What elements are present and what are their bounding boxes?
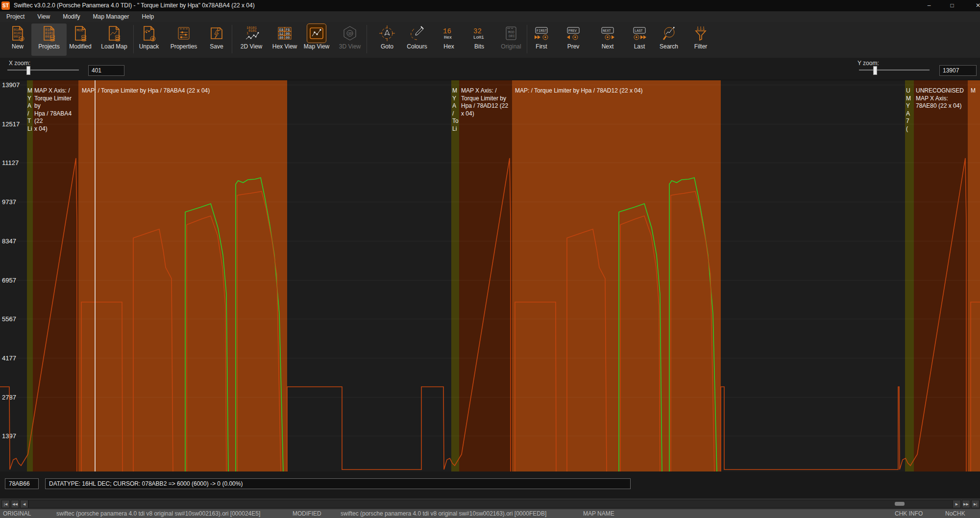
- toolbar-button-2d-view[interactable]: 10101010112D View: [234, 24, 269, 56]
- toolbar-button-bits[interactable]: 32LoHiBits: [462, 24, 497, 56]
- maximize-button[interactable]: □: [945, 1, 959, 10]
- svg-text:LAST: LAST: [635, 29, 643, 33]
- first-map-icon: FIRST: [533, 24, 550, 42]
- toolbar-label: Bits: [462, 43, 497, 50]
- curve-block2-low-rect: [515, 302, 556, 472]
- svg-text:52: 52: [279, 32, 283, 36]
- menu-item-help[interactable]: Help: [136, 13, 161, 20]
- x-zoom-slider-thumb[interactable]: [26, 66, 30, 75]
- toolbar-button-map-view[interactable]: Map View: [299, 24, 334, 56]
- y-zoom-slider-track[interactable]: [859, 70, 930, 71]
- title-bar: ST Swiftec v3.0.2.0 (Porsche Panamera 4.…: [0, 0, 980, 11]
- toolbar-label: Modified: [63, 43, 98, 50]
- scroll-left-button-0[interactable]: |◀: [1, 500, 10, 508]
- curve-block1-peak2-green: [236, 178, 283, 472]
- scroll-left-button-1[interactable]: ◀◀: [11, 500, 19, 508]
- modified-file: swiftec (porsche panamera 4.0 tdi v8 ori…: [341, 510, 546, 517]
- toolbar-button-modified[interactable]: MODModified: [63, 24, 98, 56]
- toolbar-separator: [232, 25, 232, 53]
- window-title: Swiftec v3.0.2.0 (Porsche Panamera 4.0 T…: [14, 2, 255, 9]
- save-icon: [208, 24, 225, 42]
- toolbar-label: Properties: [166, 43, 201, 50]
- toolbar-button-save[interactable]: Save: [199, 24, 234, 56]
- original-file: swiftec (porsche panamera 4.0 tdi v8 ori…: [56, 510, 260, 517]
- toolbar-label: 3D View: [332, 43, 368, 50]
- goto-icon: [378, 24, 396, 42]
- toolbar-button-next[interactable]: NEXTNext: [590, 24, 625, 56]
- properties-icon: [175, 24, 193, 42]
- scroll-right-button-2[interactable]: ▶|: [971, 500, 980, 508]
- curve-block1-peak2-red: [237, 191, 281, 472]
- filter-icon: [692, 24, 710, 42]
- curve-gap2-rect-and-block3-rise: [721, 158, 966, 472]
- close-button[interactable]: ✕: [971, 1, 980, 10]
- zoom-controls-row: X zoom: 401 Y zoom: 13907: [0, 58, 980, 80]
- unpack-icon: [140, 24, 158, 42]
- svg-text:PREV: PREV: [568, 29, 577, 33]
- scrollbar-track[interactable]: [28, 500, 954, 508]
- toolbar-label: Projects: [31, 43, 67, 50]
- last-map-icon: LAST: [631, 24, 648, 42]
- toolbar-label: Load Map: [97, 43, 132, 50]
- new-document-icon: 01010101001: [9, 24, 26, 42]
- menu-item-view[interactable]: View: [31, 13, 56, 20]
- scroll-right-button-1[interactable]: ▶▶: [962, 500, 970, 508]
- original-icon: MODORI: [502, 24, 520, 42]
- toolbar-button-hex-view[interactable]: E8F652008000Hex View: [267, 24, 302, 56]
- prev-map-icon: PREV: [564, 24, 582, 42]
- toolbar-button-unpack[interactable]: Unpack: [131, 24, 167, 56]
- toolbar-button-colours[interactable]: Colours: [399, 24, 435, 56]
- toolbar-label: Prev: [556, 43, 591, 50]
- toolbar-label: Colours: [399, 43, 435, 50]
- minimize-button[interactable]: –: [922, 1, 936, 10]
- hex-view-icon: E8F652008000: [276, 24, 294, 42]
- search-icon: [660, 24, 678, 42]
- status-row: 78AB66 DATATYPE: 16HL DEC; CURSOR: 078AB…: [0, 471, 980, 498]
- curve-gap1-rect-and-block2-rise: [287, 158, 511, 472]
- toolbar-button-3d-view: 3D3D View: [332, 24, 368, 56]
- toolbar-label: Map View: [299, 43, 334, 50]
- menu-item-modify[interactable]: Modify: [56, 13, 86, 20]
- x-zoom-input[interactable]: 401: [88, 65, 124, 76]
- svg-text:16: 16: [443, 27, 451, 35]
- svg-text:1: 1: [246, 31, 248, 35]
- curve-block1-mid-peak: [133, 229, 173, 472]
- next-map-icon: NEXT: [599, 24, 616, 42]
- y-zoom-label: Y zoom:: [858, 60, 879, 67]
- toolbar-separator: [367, 25, 367, 53]
- datatype-cursor-info: DATATYPE: 16HL DEC; CURSOR: 078ABB2 => 6…: [45, 478, 631, 489]
- scrollbar-thumb[interactable]: [895, 502, 905, 506]
- toolbar-label: Filter: [683, 43, 718, 50]
- map-view-chart[interactable]: 1390712517111279737834769575567417727871…: [0, 80, 980, 472]
- menu-item-project[interactable]: Project: [0, 13, 31, 20]
- toolbar-button-search[interactable]: Search: [651, 24, 686, 56]
- curve-block1-low-rect: [81, 302, 122, 472]
- toolbar-button-filter[interactable]: Filter: [683, 24, 718, 56]
- toolbar-button-new[interactable]: 01010101001New: [0, 24, 35, 56]
- toolbar-button-properties[interactable]: Properties: [166, 24, 201, 56]
- menu-item-map-manager[interactable]: Map Manager: [87, 13, 136, 20]
- svg-text:32: 32: [473, 27, 482, 35]
- scroll-right-button-0[interactable]: ▶: [953, 500, 961, 508]
- cursor-address-box[interactable]: 78AB66: [5, 478, 39, 489]
- toolbar-button-projects[interactable]: 01010101001Projects: [31, 24, 67, 56]
- x-zoom-slider-track[interactable]: [7, 70, 79, 71]
- svg-text:00: 00: [286, 36, 290, 40]
- toolbar-button-load-map[interactable]: Load Map: [97, 24, 132, 56]
- modified-label: MODIFIED: [293, 510, 321, 517]
- toolbar-label: Unpack: [131, 43, 167, 50]
- curve-block1-peak1-red: [187, 216, 226, 472]
- toolbar-separator: [133, 25, 134, 53]
- toolbar-label: First: [524, 43, 559, 50]
- y-zoom-input[interactable]: 13907: [939, 65, 977, 76]
- horizontal-scrollbar[interactable]: |◀◀◀◀▶▶▶▶|: [0, 498, 980, 509]
- y-zoom-slider-thumb[interactable]: [873, 66, 877, 75]
- toolbar-separator: [527, 25, 527, 53]
- toolbar-button-first[interactable]: FIRSTFirst: [524, 24, 559, 56]
- map-curves-plot: [0, 80, 980, 472]
- projects-icon: 01010101001: [40, 24, 58, 42]
- toolbar-label: New: [0, 43, 35, 50]
- toolbar-button-prev[interactable]: PREVPrev: [556, 24, 591, 56]
- svg-text:ORI: ORI: [509, 34, 515, 38]
- scroll-left-button-2[interactable]: ◀: [20, 500, 28, 508]
